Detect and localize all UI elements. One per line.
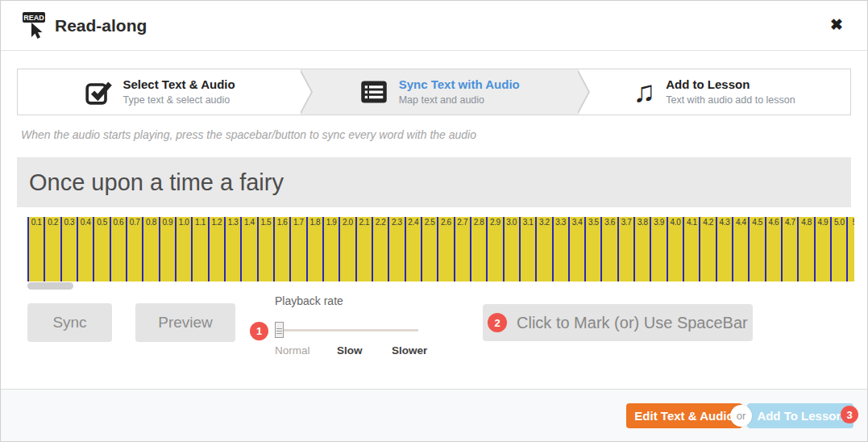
- timeline-cell[interactable]: 3.1: [519, 217, 535, 281]
- timeline-cell[interactable]: 2.6: [437, 217, 453, 281]
- timeline-cell[interactable]: 2.1: [355, 217, 372, 281]
- timeline-cell[interactable]: 1.2: [208, 217, 224, 281]
- step-sync-text-audio[interactable]: Sync Text with Audio Map text and audio: [301, 69, 578, 115]
- timeline-cell-label: 2.3: [389, 218, 404, 227]
- timeline-cell[interactable]: 2.2: [372, 217, 388, 281]
- playback-rate-label: Playback rate: [275, 294, 343, 307]
- rate-option-slower[interactable]: Slower: [392, 344, 427, 357]
- timeline-cell[interactable]: 1.9: [322, 217, 338, 281]
- timeline-cell[interactable]: 2.5: [421, 217, 437, 281]
- timeline-cell[interactable]: 0.7: [126, 217, 142, 281]
- timeline-cell[interactable]: 4.6: [765, 217, 781, 281]
- list-icon: [359, 77, 388, 106]
- timeline-cell[interactable]: 5.0: [830, 217, 846, 281]
- timeline-cell[interactable]: 2.3: [388, 217, 404, 281]
- timeline-cell[interactable]: 3.7: [617, 217, 633, 281]
- timeline-cell[interactable]: 0.4: [77, 217, 93, 281]
- timeline-cell[interactable]: 1.4: [240, 217, 256, 281]
- timeline-cell-label: 3.2: [537, 218, 551, 227]
- timeline-cell-label: 0.6: [111, 218, 126, 227]
- timeline-cell-label: 0.1: [29, 218, 44, 227]
- read-along-icon: READ: [21, 12, 47, 40]
- timeline-cell[interactable]: 3.4: [568, 217, 584, 281]
- timeline-cell[interactable]: 4.5: [748, 217, 764, 281]
- timeline-cell[interactable]: 1.6: [273, 217, 289, 281]
- rate-option-slow[interactable]: Slow: [337, 344, 363, 357]
- timeline-cell[interactable]: 1.8: [306, 217, 322, 281]
- playback-rate-slider[interactable]: [275, 322, 418, 338]
- timeline-cell-label: 4.9: [816, 218, 830, 227]
- timeline-cell[interactable]: 4.1: [683, 217, 699, 281]
- step-subtitle: Text with audio add to lesson: [666, 94, 795, 106]
- timeline-cell-label: 1.6: [275, 218, 289, 227]
- timeline-cell[interactable]: 1.5: [257, 217, 273, 281]
- timeline-cell[interactable]: 3.2: [535, 217, 551, 281]
- timeline-cell[interactable]: 3.6: [600, 217, 617, 281]
- timeline-cell[interactable]: 1.0: [175, 217, 191, 281]
- step-wizard: Select Text & Audio Type text & select a…: [17, 69, 851, 115]
- timeline-cell[interactable]: 2.7: [454, 217, 470, 281]
- timeline-cell[interactable]: 4.4: [732, 217, 748, 281]
- timeline-cell[interactable]: 3.5: [584, 217, 600, 281]
- read-along-dialog: READ Read-along ✖ Select Text & Audio Ty…: [0, 0, 868, 442]
- step-text: Sync Text with Audio Map text and audio: [399, 77, 520, 107]
- timeline-cell-label: 3.3: [554, 218, 568, 227]
- timeline-cell-label: 2.0: [340, 218, 355, 227]
- timeline-cell-label: 5.: [848, 218, 854, 227]
- timeline-cell[interactable]: 2.0: [338, 217, 355, 281]
- timeline-cell[interactable]: 4.7: [781, 217, 797, 281]
- timeline-cell[interactable]: 0.9: [159, 217, 175, 281]
- timeline-cell-label: 2.6: [438, 218, 453, 227]
- timeline-cell[interactable]: 5.: [846, 217, 854, 281]
- step-title: Sync Text with Audio: [399, 77, 520, 91]
- step-select-text-audio[interactable]: Select Text & Audio Type text & select a…: [18, 69, 301, 115]
- timeline-cell[interactable]: 0.5: [93, 217, 109, 281]
- edit-text-audio-button[interactable]: Edit Text & Audio: [626, 403, 742, 428]
- timeline-cell[interactable]: 3.8: [633, 217, 650, 281]
- timeline-cell[interactable]: 4.9: [814, 217, 830, 281]
- timeline-cell[interactable]: 2.8: [470, 217, 486, 281]
- timeline-cell-label: 3.9: [651, 218, 666, 227]
- timeline-cell[interactable]: 3.0: [503, 217, 519, 281]
- timeline-cell[interactable]: 0.6: [110, 217, 126, 281]
- timeline-cell[interactable]: 3.3: [552, 217, 568, 281]
- timeline[interactable]: 0.10.20.30.40.50.60.70.80.91.01.11.21.31…: [27, 217, 854, 281]
- step-text: Select Text & Audio Type text & select a…: [123, 77, 235, 107]
- timeline-cell[interactable]: 1.3: [224, 217, 240, 281]
- timeline-cell-label: 2.2: [373, 218, 388, 227]
- timeline-cell-label: 1.1: [193, 218, 207, 227]
- timeline-cell[interactable]: 3.9: [650, 217, 666, 281]
- or-separator: or: [730, 405, 752, 427]
- timeline-cell-label: 4.6: [766, 218, 781, 227]
- timeline-cell-label: 4.1: [684, 218, 699, 227]
- step-add-to-lesson[interactable]: ♫ Add to Lesson Text with audio add to l…: [578, 69, 850, 115]
- timeline-cell-label: 3.1: [521, 218, 535, 227]
- timeline-cell[interactable]: 0.2: [44, 217, 60, 281]
- slider-track[interactable]: [275, 329, 418, 332]
- close-icon[interactable]: ✖: [830, 17, 843, 32]
- timeline-cell[interactable]: 4.3: [716, 217, 732, 281]
- timeline-cell-label: 4.5: [750, 218, 764, 227]
- click-to-mark-button[interactable]: Click to Mark (or) Use SpaceBar: [483, 304, 753, 341]
- timeline-cell[interactable]: 2.4: [405, 217, 421, 281]
- sync-button[interactable]: Sync: [27, 303, 112, 342]
- add-to-lesson-button[interactable]: Add To Lesson: [747, 403, 853, 428]
- timeline-cell[interactable]: 4.2: [699, 217, 715, 281]
- svg-text:READ: READ: [23, 14, 44, 22]
- timeline-cell-label: 0.9: [160, 218, 175, 227]
- timeline-scrollbar-thumb[interactable]: [27, 282, 73, 290]
- slider-handle[interactable]: [275, 322, 284, 338]
- controls-row: Sync Preview 1 Playback rate Normal Slow…: [1, 290, 867, 370]
- timeline-cell[interactable]: 1.1: [191, 217, 207, 281]
- rate-option-normal[interactable]: Normal: [275, 344, 310, 357]
- timeline-cell[interactable]: 2.9: [486, 217, 502, 281]
- timeline-cell[interactable]: 0.1: [27, 217, 44, 281]
- timeline-cell[interactable]: 0.8: [142, 217, 158, 281]
- timeline-cell[interactable]: 4.8: [797, 217, 813, 281]
- preview-button[interactable]: Preview: [135, 303, 235, 342]
- timeline-cell[interactable]: 4.0: [667, 217, 683, 281]
- timeline-cell-label: 2.1: [357, 218, 372, 227]
- timeline-cell-label: 4.3: [717, 218, 732, 227]
- timeline-cell[interactable]: 0.3: [60, 217, 77, 281]
- timeline-cell[interactable]: 1.7: [289, 217, 305, 281]
